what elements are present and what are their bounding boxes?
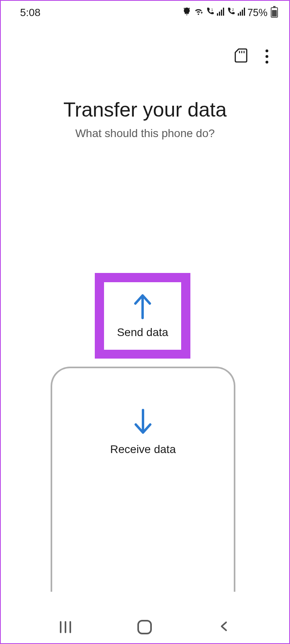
chevron-left-icon	[218, 620, 230, 632]
battery-icon	[271, 7, 278, 18]
sd-card-button[interactable]	[234, 48, 248, 65]
navigation-bar	[1, 611, 289, 643]
send-data-button[interactable]: Send data	[104, 282, 181, 350]
signal1-icon	[217, 7, 224, 18]
svg-rect-9	[244, 8, 245, 16]
svg-text:2: 2	[232, 8, 234, 12]
back-button[interactable]	[218, 620, 230, 634]
svg-rect-7	[240, 12, 241, 16]
status-time: 5:08	[20, 6, 41, 19]
arrow-up-icon	[131, 293, 154, 320]
svg-rect-6	[238, 13, 239, 16]
send-data-highlight: Send data	[95, 273, 190, 359]
phone2-icon: 2	[227, 7, 235, 18]
recent-apps-button[interactable]	[60, 621, 71, 633]
wifi-icon	[194, 7, 203, 18]
svg-rect-3	[221, 10, 222, 16]
arrow-down-icon	[132, 408, 154, 435]
receive-data-label: Receive data	[110, 443, 176, 456]
alarm-icon	[182, 7, 191, 18]
more-options-button[interactable]	[263, 49, 271, 64]
status-icons: 1 2 75%	[182, 7, 278, 18]
phone1-icon: 1	[206, 7, 214, 18]
svg-rect-2	[219, 12, 220, 16]
home-button[interactable]	[137, 620, 152, 634]
status-bar: 5:08 1 2 75%	[1, 1, 289, 20]
svg-rect-8	[242, 10, 243, 16]
receive-data-button[interactable]: Receive data	[51, 367, 235, 592]
signal2-icon	[238, 7, 245, 18]
app-bar	[1, 20, 289, 64]
svg-rect-4	[223, 8, 224, 16]
battery-percent: 75%	[247, 7, 268, 18]
sd-card-icon	[234, 48, 248, 63]
page-subtitle: What should this phone do?	[1, 127, 289, 140]
page-title: Transfer your data	[1, 98, 289, 121]
svg-text:1: 1	[211, 8, 213, 12]
send-data-label: Send data	[117, 326, 168, 339]
svg-rect-1	[217, 13, 218, 16]
